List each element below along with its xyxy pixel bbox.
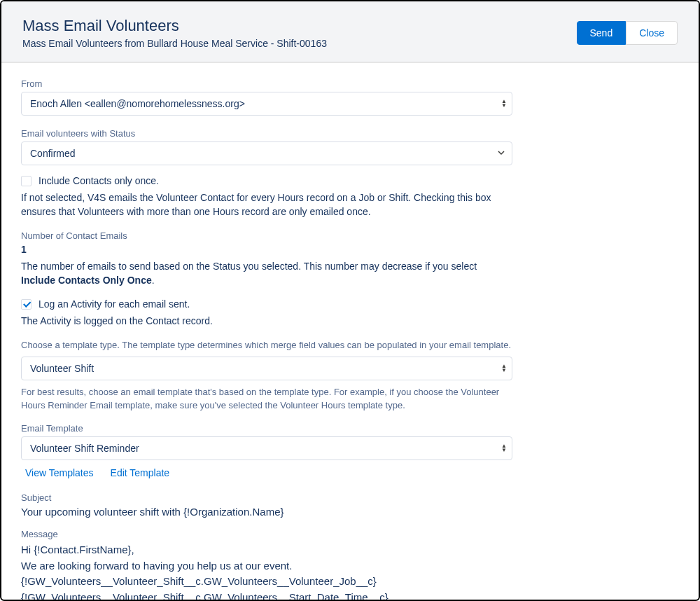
count-help: The number of emails to send based on th…: [21, 259, 512, 288]
page-header: Mass Email Volunteers Mass Email Volunte…: [1, 1, 699, 62]
status-value: Confirmed: [21, 141, 512, 165]
count-help-bold: Include Contacts Only Once: [21, 275, 152, 286]
email-template-label: Email Template: [21, 423, 512, 434]
include-once-label: Include Contacts only once.: [38, 175, 159, 186]
template-type-pretext: Choose a template type. The template typ…: [21, 339, 512, 352]
header-text: Mass Email Volunteers Mass Email Volunte…: [22, 17, 327, 49]
count-help-pre: The number of emails to send based on th…: [21, 261, 477, 272]
message-label: Message: [21, 529, 512, 539]
from-label: From: [21, 78, 512, 89]
stepper-icon: ▲▼: [501, 99, 507, 108]
subject-value: Your upcoming volunteer shift with {!Org…: [21, 506, 512, 518]
include-once-checkbox[interactable]: [21, 176, 31, 186]
email-template-select[interactable]: Volunteer Shift Reminder ▲▼: [21, 436, 512, 460]
count-value: 1: [21, 244, 512, 255]
stepper-icon: ▲▼: [501, 444, 507, 453]
log-activity-label: Log an Activity for each email sent.: [38, 298, 190, 310]
header-buttons: Send Close: [577, 21, 678, 45]
template-type-help: For best results, choose an email templa…: [21, 386, 512, 413]
include-once-row: Include Contacts only once.: [21, 175, 512, 186]
message-body: Hi {!Contact.FirstName}, We are looking …: [21, 542, 512, 601]
log-activity-checkbox[interactable]: [21, 299, 31, 310]
subject-label: Subject: [21, 492, 512, 503]
status-select[interactable]: Confirmed: [21, 141, 512, 165]
template-type-value: Volunteer Shift: [21, 357, 512, 380]
email-template-value: Volunteer Shift Reminder: [21, 436, 512, 460]
template-links: View Templates Edit Template: [21, 467, 512, 478]
from-select[interactable]: Enoch Allen <eallen@nomorehomelessness.o…: [21, 92, 512, 116]
page-title: Mass Email Volunteers: [22, 17, 327, 35]
template-type-select[interactable]: Volunteer Shift ▲▼: [21, 357, 512, 380]
stepper-icon: ▲▼: [501, 364, 507, 373]
close-button[interactable]: Close: [626, 21, 678, 45]
view-templates-link[interactable]: View Templates: [25, 467, 94, 478]
chevron-down-icon: [497, 147, 505, 160]
include-once-help: If not selected, V4S emails the Voluntee…: [21, 191, 512, 219]
status-label: Email volunteers with Status: [21, 128, 512, 139]
send-button[interactable]: Send: [577, 21, 626, 45]
form-content: From Enoch Allen <eallen@nomorehomelessn…: [1, 63, 533, 601]
edit-template-link[interactable]: Edit Template: [111, 467, 170, 478]
count-label: Number of Contact Emails: [21, 230, 512, 241]
from-value: Enoch Allen <eallen@nomorehomelessness.o…: [21, 92, 512, 116]
log-activity-row: Log an Activity for each email sent.: [21, 298, 512, 310]
page-subtitle: Mass Email Volunteers from Bullard House…: [22, 38, 327, 49]
count-help-post: .: [152, 275, 155, 286]
log-activity-help: The Activity is logged on the Contact re…: [21, 314, 512, 328]
